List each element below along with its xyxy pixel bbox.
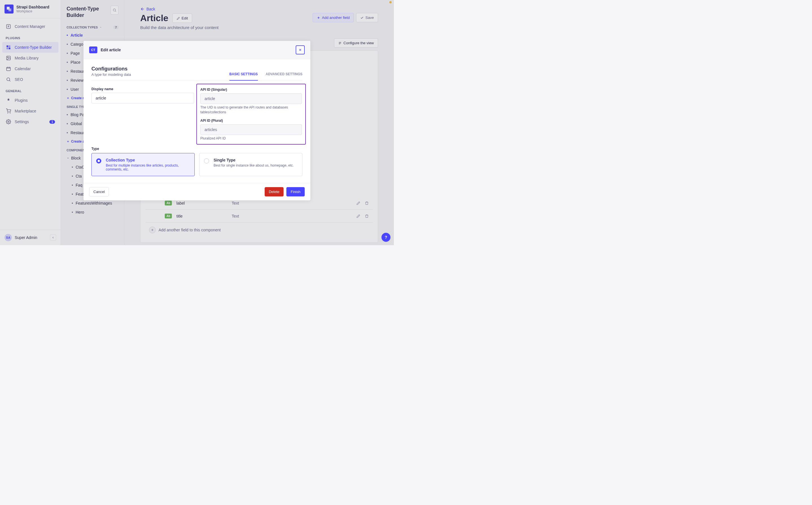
delete-button[interactable]: Delete [265,187,284,196]
type-label: Type [91,147,303,151]
single-type-title: Single Type [214,158,298,162]
display-name-label: Display name [91,87,194,91]
modal-title: Edit article [101,48,121,52]
radio-unselected-icon [204,158,209,163]
cancel-button[interactable]: Cancel [89,187,109,196]
close-icon [299,48,302,51]
type-option-single[interactable]: Single Type Best for single instance lik… [199,153,303,176]
api-id-plural-label: API ID (Plural) [200,119,302,123]
modal-close-button[interactable] [296,45,305,54]
config-title: Configurations [91,66,131,72]
radio-selected-icon [96,158,101,163]
display-name-input[interactable] [91,93,194,104]
api-id-plural-help: Pluralized API ID [200,136,302,141]
api-id-singular-input[interactable] [200,93,302,104]
collection-type-title: Collection Type [106,158,190,162]
tab-advanced-settings[interactable]: ADVANCED SETTINGS [266,72,303,80]
finish-button[interactable]: Finish [286,187,305,196]
api-id-plural-input[interactable] [200,124,302,135]
ct-badge: CT [89,46,97,53]
help-button[interactable]: ? [381,233,390,242]
type-option-collection[interactable]: Collection Type Best for multiple instan… [91,153,195,176]
api-id-singular-help: The UID is used to generate the API rout… [200,105,302,115]
tab-basic-settings[interactable]: BASIC SETTINGS [229,72,258,80]
collection-type-subtitle: Best for multiple instances like article… [106,163,190,171]
config-subtitle: A type for modeling data [91,72,131,77]
edit-content-type-modal: CT Edit article Configurations A type fo… [84,41,310,200]
api-id-singular-label: API ID (Singular) [200,88,302,92]
single-type-subtitle: Best for single instance like about us, … [214,163,298,167]
